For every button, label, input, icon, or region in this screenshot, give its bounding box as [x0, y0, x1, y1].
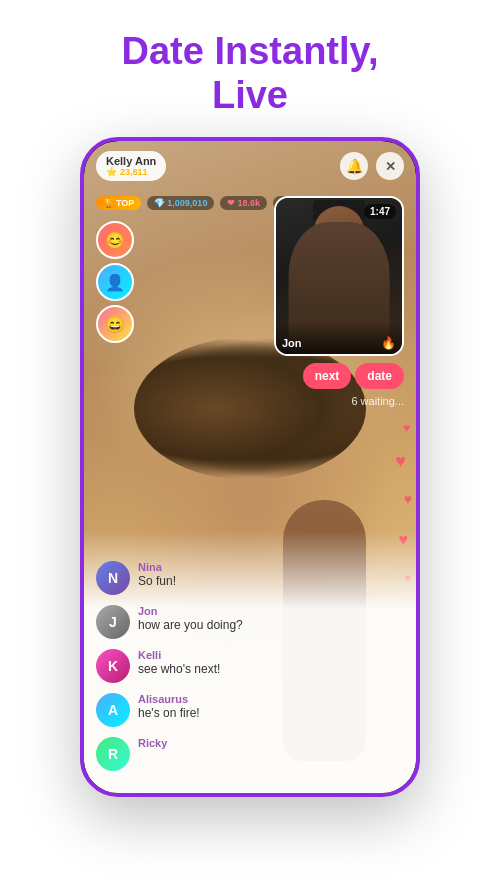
chat-text-jon: how are you doing?: [138, 618, 404, 632]
chat-content-kelli: Kelli see who's next!: [138, 649, 404, 676]
timer-badge: 1:47: [364, 204, 396, 219]
guest-name: Jon: [282, 337, 302, 349]
chat-username-jon: Jon: [138, 605, 404, 617]
chat-username-alisaurus: Alisaurus: [138, 693, 404, 705]
floating-heart-2: ♥: [395, 451, 406, 472]
diamond-icon: 💎: [154, 198, 165, 208]
chat-avatar-jon: J: [96, 605, 130, 639]
chat-message-alisaurus: A Alisaurus he's on fire!: [96, 693, 404, 727]
badge-top-label: TOP: [116, 198, 134, 208]
chat-area: N Nina So fun! J Jon how are you doing? …: [84, 531, 416, 793]
action-buttons: next date: [303, 363, 404, 389]
header-section: Date Instantly, Live: [122, 30, 379, 117]
host-stars: ⭐ 23,811: [106, 167, 156, 177]
chat-content-alisaurus: Alisaurus he's on fire!: [138, 693, 404, 720]
diamonds-count: 1,009,010: [167, 198, 207, 208]
trophy-icon: 🏆: [103, 198, 114, 208]
chat-text-nina: So fun!: [138, 574, 404, 588]
sunglasses-overlay: [134, 337, 366, 480]
viewer-avatars: 😊 👤 😄: [96, 221, 134, 343]
chat-username-ricky: Ricky: [138, 737, 404, 749]
guest-video: 1:47 Jon 🔥: [274, 196, 404, 356]
floating-heart-1: ♥: [403, 421, 410, 435]
badge-hearts: ❤ 18.6k: [220, 196, 267, 210]
viewer-avatar-3: 😄: [96, 305, 134, 343]
fire-icon: 🔥: [381, 336, 396, 350]
chat-text-kelli: see who's next!: [138, 662, 404, 676]
chat-username-nina: Nina: [138, 561, 404, 573]
chat-avatar-kelli: K: [96, 649, 130, 683]
floating-heart-3: ♥: [404, 491, 412, 507]
viewer-avatar-1: 😊: [96, 221, 134, 259]
chat-username-kelli: Kelli: [138, 649, 404, 661]
guest-video-bg: 1:47 Jon 🔥: [276, 198, 402, 354]
date-button[interactable]: date: [355, 363, 404, 389]
close-icon: ✕: [385, 159, 396, 174]
chat-message-ricky: R Ricky: [96, 737, 404, 771]
chat-avatar-nina: N: [96, 561, 130, 595]
waiting-count: 6 waiting...: [351, 395, 404, 407]
close-button[interactable]: ✕: [376, 152, 404, 180]
chat-text-alisaurus: he's on fire!: [138, 706, 404, 720]
badge-diamonds: 💎 1,009,010: [147, 196, 214, 210]
title-line1: Date Instantly,: [122, 30, 379, 72]
chat-content-nina: Nina So fun!: [138, 561, 404, 588]
bell-icon-button[interactable]: 🔔: [340, 152, 368, 180]
bell-icon: 🔔: [346, 158, 363, 174]
chat-content-ricky: Ricky: [138, 737, 404, 750]
badge-top: 🏆 TOP: [96, 196, 141, 210]
chat-message-kelli: K Kelli see who's next!: [96, 649, 404, 683]
phone-frame: Kelly Ann ⭐ 23,811 🔔 ✕ 🏆 TOP: [80, 137, 420, 797]
viewer-avatar-2: 👤: [96, 263, 134, 301]
heart-icon: ❤: [227, 198, 235, 208]
host-info: Kelly Ann ⭐ 23,811: [96, 151, 166, 181]
phone-mockup: Kelly Ann ⭐ 23,811 🔔 ✕ 🏆 TOP: [80, 137, 420, 797]
top-right-icons: 🔔 ✕: [340, 152, 404, 180]
title-line2: Live: [212, 74, 288, 116]
top-bar: Kelly Ann ⭐ 23,811 🔔 ✕: [96, 151, 404, 181]
chat-message-nina: N Nina So fun!: [96, 561, 404, 595]
guest-name-bar: Jon 🔥: [276, 322, 402, 354]
chat-content-jon: Jon how are you doing?: [138, 605, 404, 632]
host-star-count: 23,811: [120, 167, 148, 177]
chat-avatar-ricky: R: [96, 737, 130, 771]
star-icon: ⭐: [106, 167, 117, 177]
host-name: Kelly Ann: [106, 155, 156, 167]
chat-avatar-alisaurus: A: [96, 693, 130, 727]
hearts-count: 18.6k: [237, 198, 260, 208]
next-button[interactable]: next: [303, 363, 352, 389]
chat-message-jon: J Jon how are you doing?: [96, 605, 404, 639]
